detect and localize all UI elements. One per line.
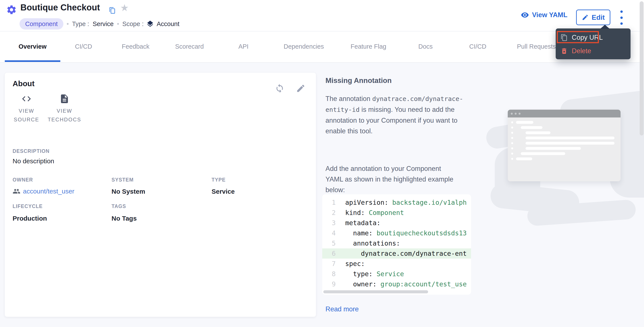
system-value: No System	[112, 188, 145, 195]
code-line-2: 2kind: Component	[322, 208, 471, 218]
refresh-icon[interactable]	[275, 84, 284, 93]
type-field-label: TYPE	[212, 177, 226, 183]
about-card: About VIEW SOURCE VIEW TECHDOCS DESCRIPT…	[5, 73, 316, 317]
code-horizontal-scrollbar[interactable]	[323, 290, 428, 293]
layers-icon	[146, 20, 154, 28]
tags-value: No Tags	[112, 215, 137, 222]
scope-label: Scope :	[122, 21, 144, 28]
trash-icon	[560, 47, 568, 55]
tab-pull-requests[interactable]: Pull Requests	[517, 43, 556, 50]
menu-arrow	[600, 25, 610, 29]
annotation-instructions: Add the annotation to your Component YAM…	[326, 163, 460, 195]
copy-url-label: Copy URL	[572, 34, 603, 42]
about-card-title: About	[12, 79, 34, 88]
active-tab-indicator	[5, 60, 60, 62]
code-line-6: 6 dynatrace.com/dynatrace-ent	[322, 248, 471, 259]
type-field-value: Service	[212, 188, 235, 195]
tab-docs[interactable]: Docs	[418, 43, 433, 50]
more-options-button[interactable]	[619, 11, 624, 25]
code-line-8: 8 type: Service	[322, 269, 471, 279]
edit-about-icon[interactable]	[296, 84, 306, 93]
favorite-star-icon[interactable]: ★	[120, 3, 129, 13]
component-gear-icon	[6, 4, 17, 15]
read-more-link[interactable]: Read more	[326, 305, 359, 313]
tab-overview[interactable]: Overview	[19, 43, 47, 50]
delete-label: Delete	[572, 47, 591, 55]
menu-item-copy-url[interactable]: Copy URL	[560, 32, 603, 43]
separator-dot	[117, 23, 119, 25]
description-value: No description	[12, 157, 54, 165]
separator-dot	[67, 23, 68, 25]
kind-chip: Component	[20, 18, 63, 30]
view-yaml-button[interactable]: View YAML	[521, 11, 568, 19]
view-source-button[interactable]: VIEW SOURCE	[9, 94, 44, 124]
view-source-label: VIEW SOURCE	[9, 107, 44, 124]
type-value: Service	[93, 21, 114, 28]
copy-name-icon[interactable]	[109, 7, 116, 14]
code-line-7: 7spec:	[322, 259, 471, 269]
edit-button-label: Edit	[592, 14, 605, 22]
type-label: Type :	[72, 21, 89, 28]
lifecycle-label: LIFECYCLE	[12, 203, 43, 209]
menu-item-delete[interactable]: Delete	[560, 45, 591, 57]
code-icon	[21, 94, 32, 104]
tab-scorecard[interactable]: Scorecard	[175, 43, 204, 50]
code-lines: 1apiVersion: backstage.io/v1alph2kind: C…	[322, 197, 471, 289]
owner-link[interactable]: account/test_user	[12, 187, 74, 195]
code-line-4: 4 name: boutiquecheckoutsdsds13	[322, 228, 471, 238]
eye-icon	[521, 11, 529, 19]
tab-feedback[interactable]: Feedback	[122, 43, 149, 50]
page-title: Boutique Checkout	[20, 3, 100, 12]
fake-browser-window	[508, 110, 620, 181]
lifecycle-value: Production	[12, 215, 47, 222]
group-icon	[12, 187, 20, 195]
code-line-3: 3metadata:	[322, 218, 471, 228]
entity-meta-row: Component Type : Service Scope : Account	[20, 18, 180, 30]
owner-label: OWNER	[12, 177, 33, 183]
scope-value: Account	[157, 21, 180, 28]
view-techdocs-label: VIEW TECHDOCS	[45, 107, 84, 124]
code-line-5: 5 annotations:	[322, 238, 471, 248]
tab-ci-cd[interactable]: CI/CD	[75, 43, 92, 50]
context-menu: Copy URL Delete	[556, 29, 630, 59]
code-line-9: 9 owner: group:account/test_use	[322, 279, 471, 289]
tab-bar: OverviewCI/CDFeedbackScorecardAPIDepende…	[0, 32, 644, 63]
tab-dependencies[interactable]: Dependencies	[284, 43, 324, 50]
description-label: DESCRIPTION	[12, 148, 50, 154]
fake-window-titlebar	[508, 110, 620, 118]
copy-icon	[560, 34, 568, 41]
code-line-1: 1apiVersion: backstage.io/v1alph	[322, 197, 471, 208]
system-label: SYSTEM	[112, 177, 134, 183]
owner-value: account/test_user	[23, 188, 74, 195]
view-yaml-label: View YAML	[532, 11, 568, 19]
edit-button[interactable]: Edit	[576, 10, 610, 25]
page-header: Boutique Checkout ★ Component Type : Ser…	[0, 0, 644, 32]
view-techdocs-button[interactable]: VIEW TECHDOCS	[45, 94, 84, 124]
page-scrollbar[interactable]	[640, 1, 644, 136]
missing-annotation-title: Missing Annotation	[326, 76, 392, 85]
entity-page: Boutique Checkout ★ Component Type : Ser…	[0, 0, 644, 327]
tab-api[interactable]: API	[238, 43, 249, 50]
tab-feature-flag[interactable]: Feature Flag	[351, 43, 386, 50]
tab-ci-cd-2[interactable]: CI/CD	[469, 43, 486, 50]
missing-annotation-paragraph: The annotation dynatrace.com/dynatrace-e…	[326, 93, 469, 136]
code-window-illustration	[488, 93, 632, 224]
yaml-code-block: 1apiVersion: backstage.io/v1alph2kind: C…	[322, 194, 471, 295]
tags-label: TAGS	[112, 203, 126, 209]
pencil-icon	[582, 14, 589, 21]
document-icon	[59, 94, 70, 104]
